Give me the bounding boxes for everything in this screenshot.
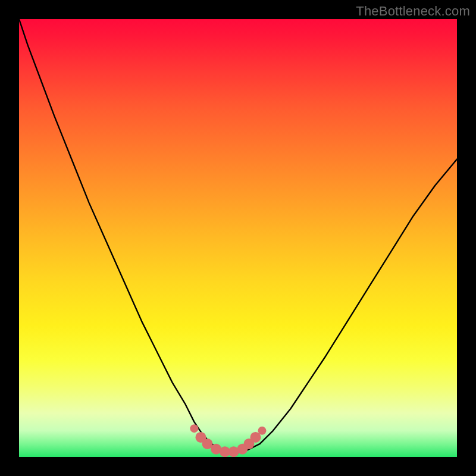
chart-frame: TheBottleneck.com [0, 0, 476, 476]
bottleneck-curve [19, 19, 457, 453]
marker-dot [258, 427, 266, 435]
watermark-text: TheBottleneck.com [356, 4, 470, 19]
curve-layer [19, 19, 457, 457]
plot-area [19, 19, 457, 457]
marker-dot [190, 424, 198, 433]
optimal-markers [190, 424, 266, 457]
